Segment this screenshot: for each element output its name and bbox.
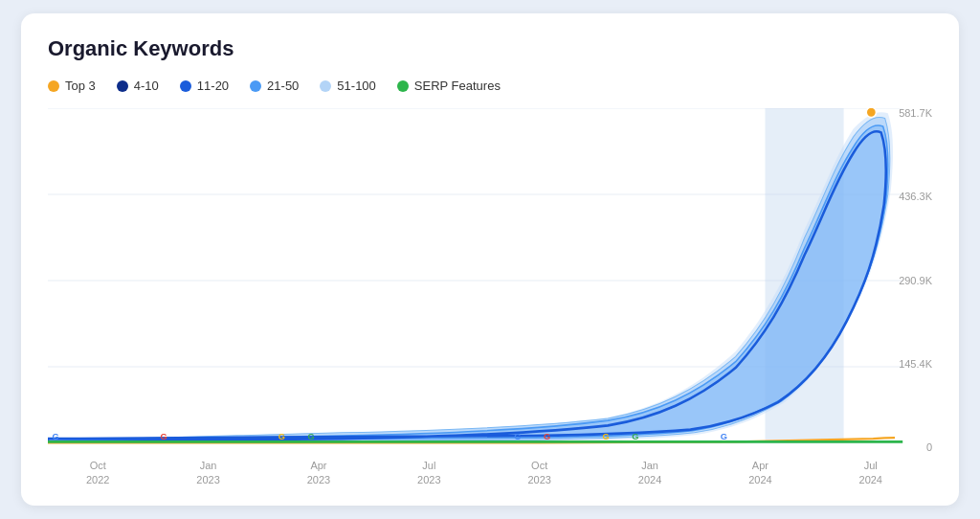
card-title: Organic Keywords (48, 36, 932, 61)
x-label-apr24: Apr2024 (748, 459, 771, 486)
svg-text:G: G (53, 432, 59, 441)
y-axis-labels: 581.7K 436.3K 290.9K 145.4K 0 (882, 108, 932, 453)
chart-area: G G G G G G G G G 581.7K 436.3K 290.9K 1… (48, 108, 932, 453)
legend: Top 3 4-10 11-20 21-50 51-100 SERP Featu… (48, 79, 932, 93)
area-11-20 (48, 125, 888, 440)
y-label-4: 436.3K (882, 192, 932, 202)
legend-dot-11-20 (180, 80, 191, 92)
peak-dot-top3 (866, 108, 876, 118)
chart-svg: G G G G G G G G G (48, 108, 932, 453)
svg-text:G: G (308, 432, 315, 441)
y-label-5: 581.7K (882, 108, 932, 119)
legend-item-11-20: 11-20 (180, 79, 229, 93)
x-label-jan24: Jan2024 (638, 459, 661, 486)
legend-label-11-20: 11-20 (197, 79, 229, 93)
svg-text:G: G (514, 432, 521, 441)
svg-text:G: G (603, 432, 610, 441)
y-label-3: 290.9K (882, 276, 932, 286)
legend-item-4-10: 4-10 (117, 79, 159, 93)
y-label-1: 0 (882, 442, 932, 453)
svg-text:G: G (161, 432, 167, 441)
svg-text:G: G (632, 432, 638, 441)
legend-item-51-100: 51-100 (320, 79, 375, 93)
x-label-jul23: Jul2023 (417, 459, 440, 486)
x-label-apr23: Apr2023 (307, 459, 330, 486)
legend-dot-4-10 (117, 80, 128, 92)
svg-text:G: G (721, 432, 727, 441)
x-label-oct23: Oct2023 (527, 459, 550, 486)
legend-label-51-100: 51-100 (337, 79, 375, 93)
svg-text:G: G (544, 432, 550, 441)
legend-label-21-50: 21-50 (267, 79, 299, 93)
legend-dot-top3 (48, 80, 59, 92)
x-axis-labels: Oct2022 Jan2023 Apr2023 Jul2023 Oct2023 … (48, 453, 932, 486)
y-label-2: 145.4K (882, 359, 932, 370)
legend-label-top3: Top 3 (65, 79, 96, 93)
legend-item-serp: SERP Features (397, 79, 501, 93)
legend-dot-21-50 (250, 80, 261, 92)
legend-label-4-10: 4-10 (134, 79, 159, 93)
legend-item-21-50: 21-50 (250, 79, 299, 93)
x-label-oct22: Oct2022 (86, 459, 109, 486)
organic-keywords-card: Organic Keywords Top 3 4-10 11-20 21-50 … (21, 13, 959, 506)
legend-dot-51-100 (320, 80, 331, 92)
x-label-jan23: Jan2023 (196, 459, 219, 486)
legend-item-top3: Top 3 (48, 79, 96, 93)
legend-dot-serp (397, 80, 409, 92)
legend-label-serp: SERP Features (414, 79, 501, 93)
x-label-jul24: Jul2024 (859, 459, 882, 486)
svg-text:G: G (278, 432, 285, 441)
